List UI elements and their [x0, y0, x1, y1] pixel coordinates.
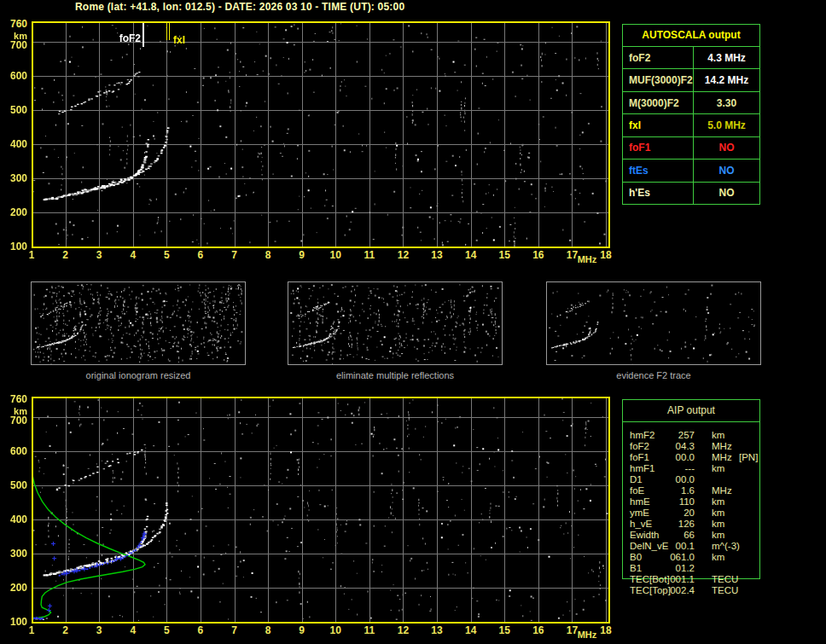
- autoscala-app-window: Rome (lat: +41.8, lon: 012.5) - DATE: 20…: [0, 0, 826, 644]
- aip-header-divider: [623, 421, 759, 422]
- y-tick-label: 600: [2, 71, 27, 82]
- x-tick-label: 14: [460, 625, 482, 636]
- autoscala-row-label: MUF(3000)F2: [623, 69, 694, 90]
- x-tick-label: 12: [392, 250, 414, 261]
- autoscala-output-table: AUTOSCALA output foF24.3 MHzMUF(3000)F21…: [622, 24, 760, 205]
- y-tick-label: 600: [2, 446, 27, 457]
- x-tick-label: 1: [20, 625, 43, 636]
- thumbnail-eliminate-reflections: [288, 281, 503, 365]
- aip-row-unit: km: [712, 463, 724, 474]
- autoscala-row-value: 4.3 MHz: [694, 47, 759, 68]
- aip-row-unit: TECU: [712, 585, 738, 596]
- y-axis-unit-label: km: [2, 31, 27, 42]
- autoscala-row-value: 14.2 MHz: [694, 69, 759, 90]
- autoscala-table-row: h'EsNO: [623, 182, 759, 204]
- x-tick-label: 8: [257, 250, 279, 261]
- aip-row-label: B1: [630, 563, 642, 574]
- autoscala-table-row: ftEsNO: [623, 159, 759, 181]
- aip-row-unit: km: [712, 508, 724, 519]
- aip-row-unit: TECU: [712, 574, 738, 585]
- x-tick-label: 3: [88, 250, 110, 261]
- aip-row-unit: m^(-3): [712, 541, 740, 552]
- aip-row-value: 00.0: [654, 452, 695, 463]
- y-tick-label: 200: [2, 207, 27, 218]
- x-tick-label: 4: [122, 250, 144, 261]
- aip-row-label: foF1: [630, 452, 649, 463]
- autoscala-table-row: M(3000)F23.30: [623, 91, 759, 113]
- autoscala-row-value: NO: [694, 160, 759, 181]
- y-axis-unit-label: km: [2, 406, 27, 417]
- aip-row-label: hmE: [630, 496, 650, 508]
- aip-table-row: ymE20km: [623, 508, 759, 519]
- aip-table-row: TEC[Bot]001.1TECU: [623, 574, 759, 585]
- thumbnail-evidence-canvas: [547, 282, 760, 364]
- thumbnail-caption-evidence: evidence F2 trace: [546, 370, 761, 380]
- thumbnail-eliminate-canvas: [288, 282, 502, 364]
- autoscala-row-label: fxI: [623, 114, 694, 136]
- y-tick-label: 400: [2, 139, 27, 150]
- y-tick-label: 500: [2, 480, 27, 491]
- x-tick-label: 8: [257, 625, 279, 636]
- aip-table-row: D100.0: [623, 474, 759, 485]
- aip-row-label: h_vE: [630, 519, 652, 530]
- x-axis-unit-label: MHz: [573, 254, 601, 265]
- x-tick-label: 9: [291, 625, 313, 636]
- x-tick-label: 6: [189, 250, 212, 261]
- autoscala-row-value: 5.0 MHz: [694, 114, 759, 136]
- fxi-marker-label: fxI: [173, 34, 185, 46]
- y-tick-label: 500: [2, 105, 27, 116]
- aip-row-label: hmF2: [630, 430, 654, 441]
- aip-row-label: hmF1: [630, 463, 654, 474]
- aip-row-unit: MHz: [712, 441, 732, 452]
- aip-row-value: 1.6: [654, 485, 695, 496]
- aip-table-row: hmF1---km: [623, 463, 759, 474]
- x-tick-label: 4: [122, 625, 144, 636]
- x-axis-unit-label: MHz: [573, 629, 601, 641]
- thumbnail-evidence-f2: [546, 281, 761, 365]
- aip-row-value: 20: [654, 508, 695, 519]
- autoscala-row-label: h'Es: [623, 183, 694, 204]
- aip-row-unit: km: [712, 430, 724, 441]
- aip-row-unit: km: [712, 496, 724, 508]
- aip-row-value: 001.1: [654, 574, 695, 585]
- autoscala-row-label: M(3000)F2: [623, 92, 694, 113]
- aip-row-value: 257: [654, 430, 695, 441]
- aip-table-row: DelN_vE00.1m^(-3): [623, 541, 759, 552]
- thumbnail-caption-eliminate: eliminate multiple reflections: [288, 370, 503, 380]
- y-tick-label: 760: [2, 19, 27, 30]
- aip-row-unit: km: [712, 530, 724, 541]
- x-tick-label: 2: [55, 625, 77, 636]
- bottom-ionogram-canvas: [32, 397, 610, 624]
- x-tick-label: 13: [426, 250, 448, 261]
- autoscala-row-value: NO: [694, 183, 759, 204]
- thumbnail-original-canvas: [32, 282, 245, 364]
- aip-row-value: 66: [654, 530, 695, 541]
- x-tick-label: 10: [324, 625, 346, 636]
- aip-row-label: D1: [630, 474, 643, 485]
- aip-row-note: [PN]: [739, 452, 758, 463]
- aip-table-row: B101.2: [623, 563, 759, 574]
- autoscala-row-label: foF1: [623, 137, 694, 159]
- aip-row-label: foE: [630, 485, 644, 496]
- x-tick-label: 1: [20, 250, 43, 261]
- aip-table-row: TEC[Top]002.4TECU: [623, 585, 759, 596]
- y-tick-label: 760: [2, 394, 27, 405]
- aip-table-row: B0061.0km: [623, 552, 759, 563]
- aip-row-value: 110: [654, 496, 695, 508]
- x-tick-label: 5: [155, 625, 177, 636]
- aip-table-row: foF204.3MHz: [623, 441, 759, 452]
- x-tick-label: 7: [224, 625, 246, 636]
- x-tick-label: 3: [88, 625, 110, 636]
- x-tick-label: 11: [358, 250, 381, 261]
- autoscala-table-row: foF1NO: [623, 136, 759, 159]
- aip-row-label: ymE: [630, 508, 649, 519]
- aip-row-label: B0: [630, 552, 642, 563]
- aip-output-table: AIP output hmF2257kmfoF204.3MHzfoF100.0M…: [622, 399, 760, 579]
- aip-row-value: 01.2: [654, 563, 695, 574]
- aip-row-value: 00.0: [654, 474, 695, 485]
- thumbnail-original-ionogram: [31, 281, 246, 365]
- fof2-marker-label: foF2: [98, 32, 141, 44]
- aip-row-unit: km: [712, 519, 724, 530]
- aip-row-label: foF2: [630, 441, 649, 452]
- autoscala-row-value: NO: [694, 137, 759, 159]
